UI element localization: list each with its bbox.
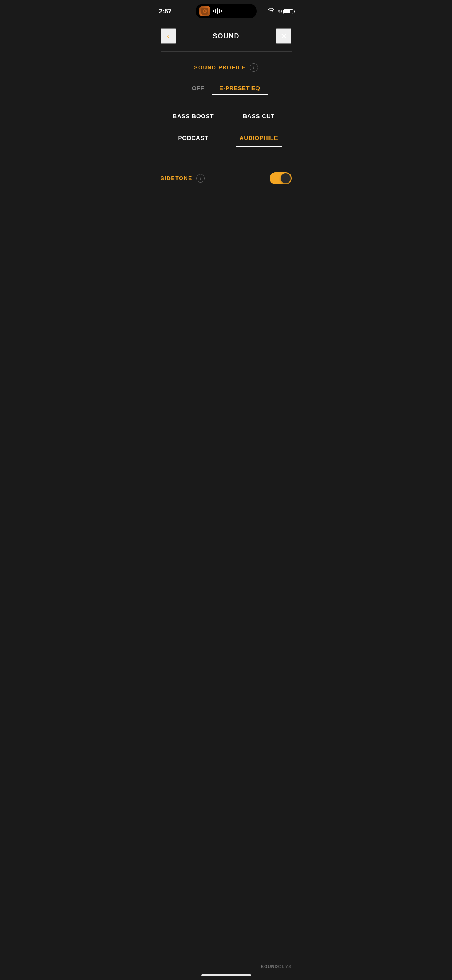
battery-icon <box>283 9 293 14</box>
page-title: SOUND <box>212 32 239 40</box>
svg-point-2 <box>204 10 205 12</box>
sidetone-label: SIDETONE <box>161 175 192 181</box>
sidetone-divider <box>161 194 292 194</box>
preset-bass-boost[interactable]: BASS BOOST <box>164 107 222 125</box>
app-icon <box>199 6 210 16</box>
section-label: SOUND PROFILE i <box>161 63 292 72</box>
sound-profile-info-icon[interactable]: i <box>250 63 258 72</box>
sidetone-section: SIDETONE i <box>151 163 301 194</box>
preset-podcast[interactable]: PODCAST <box>164 128 222 147</box>
wifi-icon <box>268 8 274 15</box>
status-time: 2:57 <box>159 8 172 15</box>
battery-fill <box>284 10 290 13</box>
toggle-knob <box>281 173 291 183</box>
sound-profile-label: SOUND PROFILE <box>194 64 246 71</box>
close-button[interactable]: ✕ <box>276 28 291 44</box>
preset-grid: BASS BOOST BASS CUT PODCAST AUDIOPHILE <box>161 107 292 147</box>
status-right-icons: 79 <box>268 8 293 15</box>
sidetone-left: SIDETONE i <box>161 174 205 183</box>
dynamic-island <box>196 4 257 18</box>
main-content: SOUND PROFILE i OFF E-PRESET EQ BASS BOO… <box>151 52 301 282</box>
sidetone-toggle[interactable] <box>270 172 292 184</box>
audio-bars <box>213 8 222 14</box>
preset-audiophile[interactable]: AUDIOPHILE <box>230 128 288 147</box>
sidetone-info-icon[interactable]: i <box>196 174 205 183</box>
header: ‹ SOUND ✕ <box>151 21 301 51</box>
status-bar: 2:57 79 <box>151 0 301 21</box>
tab-e-preset-eq[interactable]: E-PRESET EQ <box>212 81 268 95</box>
battery-indicator: 79 <box>277 9 293 14</box>
tabs-container: OFF E-PRESET EQ <box>161 81 292 95</box>
back-button[interactable]: ‹ <box>161 28 176 44</box>
preset-bass-cut[interactable]: BASS CUT <box>230 107 288 125</box>
tab-off[interactable]: OFF <box>184 81 212 95</box>
battery-percent: 79 <box>277 9 282 14</box>
sound-profile-section: SOUND PROFILE i OFF E-PRESET EQ BASS BOO… <box>151 52 301 155</box>
